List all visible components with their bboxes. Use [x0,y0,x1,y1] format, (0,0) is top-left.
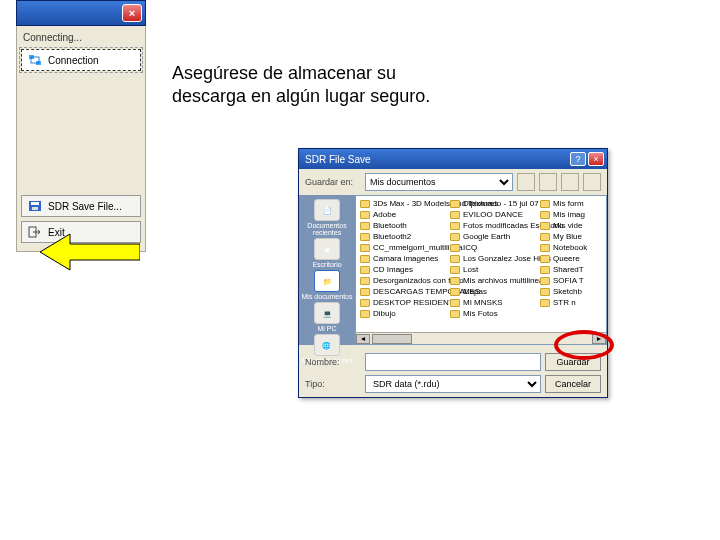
file-col-1: Diplomado - 15 jul 07EVILOO DANCEFotos m… [446,196,536,344]
folder-item[interactable]: Queere [540,253,607,264]
folder-item[interactable]: ICQ [450,242,532,253]
folder-icon [450,200,460,208]
filename-input[interactable] [365,353,541,371]
folder-item[interactable]: MI MNSKS [450,297,532,308]
folder-item[interactable]: Mapas [450,286,532,297]
folder-icon [540,266,550,274]
save-icon [28,200,42,212]
back-icon[interactable] [517,173,535,191]
save-in-label: Guardar en: [305,177,361,187]
folder-icon [450,299,460,307]
spacer [21,75,141,195]
sidebar-item-mypc[interactable]: 💻 Mi PC [314,302,340,332]
recent-icon: 📄 [314,199,340,221]
filename-label: Nombre: [305,357,361,367]
filetype-row: Tipo: SDR data (*.rdu) Cancelar [305,375,601,393]
h-scrollbar[interactable]: ◄ ► [356,332,606,344]
folder-item[interactable]: Camara imagenes [360,253,442,264]
folder-item[interactable]: Mis imag [540,209,607,220]
folder-icon [360,310,370,318]
folder-item[interactable]: Diplomado - 15 jul 07 [450,198,532,209]
newfolder-icon[interactable] [561,173,579,191]
folder-item[interactable]: Mis Fotos [450,308,532,319]
connection-icon [28,54,42,66]
sidebar-item-recent[interactable]: 📄 Documentos recientes [301,199,353,236]
folder-icon [450,255,460,263]
folder-item[interactable]: Bluetooth [360,220,442,231]
folder-item[interactable]: Sketchb [540,286,607,297]
save-button[interactable]: Guardar [545,353,601,371]
folder-item[interactable]: STR n [540,297,607,308]
folder-icon [360,255,370,263]
save-file-label: SDR Save File... [48,201,122,212]
svg-rect-5 [32,207,38,210]
folder-item[interactable]: Google Earth [450,231,532,242]
file-area[interactable]: 3Ds Max - 3D Models And TexturesAdobeBlu… [355,195,607,345]
save-dialog-title: SDR File Save [305,154,371,165]
folder-item[interactable]: Fotos modificadas Escritorio [450,220,532,231]
folder-icon [360,266,370,274]
folder-item[interactable]: Bluetooth2 [360,231,442,242]
folder-icon [360,222,370,230]
folder-item[interactable]: CD Images [360,264,442,275]
scroll-right-button[interactable]: ► [592,334,606,344]
folder-icon [540,200,550,208]
folder-item[interactable]: Desorganizados con todo [360,275,442,286]
folder-icon [360,211,370,219]
folder-item[interactable]: DESCARGAS TEMPORALES [360,286,442,297]
view-icon[interactable] [583,173,601,191]
save-main: 📄 Documentos recientes 🖥 Escritorio 📁 Mi… [299,195,607,345]
save-file-button[interactable]: SDR Save File... [21,195,141,217]
mydocs-icon: 📁 [314,270,340,292]
scroll-thumb[interactable] [372,334,412,344]
folder-icon [540,277,550,285]
folder-item[interactable]: EVILOO DANCE [450,209,532,220]
folder-item[interactable]: Mis vide [540,220,607,231]
folder-icon [540,211,550,219]
folder-icon [450,211,460,219]
help-button[interactable]: ? [570,152,586,166]
save-in-select[interactable]: Mis documentos [365,173,513,191]
dialog-close-button[interactable]: × [588,152,604,166]
file-col-0: 3Ds Max - 3D Models And TexturesAdobeBlu… [356,196,446,344]
folder-item[interactable]: Notebook [540,242,607,253]
folder-item[interactable]: Adobe [360,209,442,220]
folder-item[interactable]: SharedT [540,264,607,275]
arrow-annotation [40,232,140,272]
file-col-2: Mis formMis imagMis videMy BlueNotebookQ… [536,196,607,344]
folder-item[interactable]: Mis form [540,198,607,209]
folder-icon [450,244,460,252]
folder-icon [540,222,550,230]
svg-rect-4 [31,202,39,205]
instruction-text: Asegúrese de almacenar su descarga en al… [172,62,432,109]
connection-button[interactable]: Connection [21,49,141,71]
folder-icon [540,233,550,241]
filetype-select[interactable]: SDR data (*.rdu) [365,375,541,393]
folder-item[interactable]: Lost [450,264,532,275]
folder-icon [450,233,460,241]
save-dialog-titlebar: SDR File Save ? × [299,149,607,169]
left-panel-titlebar: × [16,0,146,26]
connection-label: Connection [48,55,99,66]
folder-item[interactable]: Los Gonzalez Jose Hilos [450,253,532,264]
up-icon[interactable] [539,173,557,191]
folder-item[interactable]: Dibujo [360,308,442,319]
folder-item[interactable]: My Blue [540,231,607,242]
sidebar-item-desktop[interactable]: 🖥 Escritorio [312,238,341,268]
folder-item[interactable]: 3Ds Max - 3D Models And Textures [360,198,442,209]
folder-item[interactable]: CC_mmelgorri_multilinea [360,242,442,253]
folder-icon [360,299,370,307]
folder-icon [360,233,370,241]
folder-icon [360,277,370,285]
sidebar-item-mydocs[interactable]: 📁 Mis documentos [302,270,353,300]
cancel-button[interactable]: Cancelar [545,375,601,393]
close-button[interactable]: × [122,4,142,22]
scroll-left-button[interactable]: ◄ [356,334,370,344]
folder-item[interactable]: SOFIA T [540,275,607,286]
folder-item[interactable]: DESKTOP RESIDENT [360,297,442,308]
folder-icon [450,288,460,296]
folder-item[interactable]: Mis archivos multilineas [450,275,532,286]
desktop-icon: 🖥 [314,238,340,260]
places-sidebar: 📄 Documentos recientes 🖥 Escritorio 📁 Mi… [299,195,355,345]
folder-icon [540,255,550,263]
